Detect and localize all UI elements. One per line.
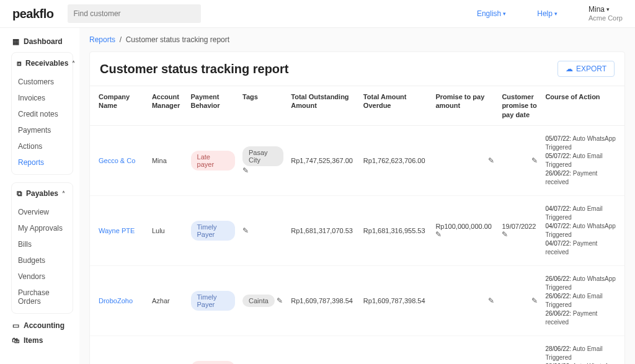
column-header: Company Name: [90, 86, 148, 125]
sidebar-label: Items: [24, 336, 43, 345]
sidebar-item-actions[interactable]: Actions: [17, 138, 68, 154]
total-outstanding: Rp1,432,800,000.00: [287, 335, 360, 364]
outbox-icon: ⧉: [17, 189, 22, 198]
edit-pencil-icon[interactable]: ✎: [488, 156, 494, 165]
user-name: Mina: [588, 5, 605, 14]
total-overdue: Rp1,681,316,955.53: [360, 195, 432, 265]
chevron-up-icon: ˄: [62, 190, 65, 197]
edit-pencil-icon[interactable]: ✎: [277, 296, 283, 305]
column-header: Account Manager: [148, 86, 187, 125]
help-link[interactable]: Help▾: [537, 9, 557, 18]
promise-date: 19/07/2022: [502, 223, 536, 230]
edit-pencil-icon[interactable]: ✎: [531, 296, 538, 305]
tag-badge: Cainta: [242, 295, 275, 307]
sidebar-group-receivables: ⧈ Receivables ˄ CustomersInvoicesCredit …: [11, 52, 73, 175]
total-outstanding: Rp1,681,317,070.53: [287, 195, 360, 265]
sidebar-group-payables: ⧉ Payables ˄ OverviewMy ApprovalsBillsBu…: [11, 182, 73, 314]
bag-icon: 🛍: [11, 336, 20, 345]
sidebar-label: Accounting: [24, 321, 64, 330]
payment-behavior-badge: Timely Payer: [191, 221, 235, 241]
payment-behavior-badge: Late payer: [191, 151, 235, 171]
sidebar-item-payables[interactable]: ⧉ Payables ˄: [17, 189, 68, 198]
export-button[interactable]: ☁ EXPORT: [557, 61, 615, 77]
payment-behavior-badge: Timely Payer: [191, 291, 235, 311]
edit-pencil-icon[interactable]: ✎: [502, 230, 508, 239]
page-title: Customer status tracking report: [100, 62, 289, 76]
language-label: English: [477, 9, 501, 18]
company-link[interactable]: DroboZoho: [99, 297, 133, 304]
export-label: EXPORT: [576, 64, 606, 73]
sidebar-item-customers[interactable]: Customers: [17, 74, 68, 90]
column-header: Payment Behavior: [187, 86, 239, 125]
user-menu[interactable]: Mina▾ Acme Corp: [588, 5, 623, 22]
sidebar-label: Payables: [26, 189, 58, 198]
breadcrumb-root[interactable]: Reports: [89, 35, 115, 44]
account-manager: Lulu: [148, 195, 187, 265]
search-input[interactable]: [68, 4, 201, 23]
user-company: Acme Corp: [588, 14, 623, 22]
breadcrumb: Reports / Customer status tracking repor…: [89, 35, 625, 44]
total-overdue: Rp1,609,787,398.54: [360, 265, 432, 335]
chevron-down-icon: ▾: [554, 11, 557, 17]
topbar: peakflo English▾ Help▾ Mina▾ Acme Corp: [0, 0, 635, 28]
edit-pencil-icon[interactable]: ✎: [488, 296, 494, 305]
column-header: Total Outstanding Amount: [287, 86, 360, 125]
language-selector[interactable]: English▾: [477, 9, 506, 18]
course-of-action: 28/06/22: Auto Email Triggered28/06/22: …: [541, 335, 624, 364]
chevron-up-icon: ˄: [72, 60, 75, 67]
column-header: Promise to pay amount: [432, 86, 498, 125]
table-row: BrickFaisalLate payer✎Rp1,432,800,000.00…: [90, 335, 624, 364]
course-of-action: 04/07/22: Auto Email Triggered04/07/22: …: [541, 195, 624, 265]
sidebar-item-bills[interactable]: Bills: [17, 236, 68, 252]
payment-behavior-badge: Late payer: [191, 361, 235, 364]
logo: peakflo: [12, 7, 54, 21]
sidebar-item-credit-notes[interactable]: Credit notes: [17, 106, 68, 122]
tag-badge: Pasay City: [242, 146, 283, 166]
column-header: Course of Action: [541, 86, 624, 125]
sidebar-item-budgets[interactable]: Budgets: [17, 252, 68, 269]
card-icon: ▭: [11, 321, 20, 330]
report-table: Company NameAccount ManagerPayment Behav…: [90, 86, 624, 364]
account-manager: Mina: [148, 125, 187, 195]
sidebar-item-invoices[interactable]: Invoices: [17, 90, 68, 106]
sidebar-item-overview[interactable]: Overview: [17, 204, 68, 220]
grid-icon: ▦: [11, 37, 20, 46]
edit-pencil-icon[interactable]: ✎: [242, 226, 249, 235]
sidebar: ▦ Dashboard ⧈ Receivables ˄ CustomersInv…: [0, 28, 79, 364]
cloud-download-icon: ☁: [566, 64, 573, 73]
table-row: DroboZohoAzharTimely PayerCainta ✎Rp1,60…: [90, 265, 624, 335]
sidebar-item-purchase-orders[interactable]: Purchase Orders: [17, 285, 68, 309]
edit-pencil-icon[interactable]: ✎: [531, 156, 538, 165]
sidebar-item-items[interactable]: 🛍 Items: [11, 336, 73, 345]
sidebar-item-payments[interactable]: Payments: [17, 122, 68, 138]
column-header: Customer promise to pay date: [498, 86, 541, 125]
sidebar-item-my-approvals[interactable]: My Approvals: [17, 220, 68, 236]
total-outstanding: Rp1,609,787,398.54: [287, 265, 360, 335]
edit-pencil-icon[interactable]: ✎: [435, 230, 442, 239]
sidebar-label: Dashboard: [24, 37, 63, 46]
company-link[interactable]: Wayne PTE: [99, 227, 135, 234]
account-manager: Faisal: [148, 335, 187, 364]
inbox-icon: ⧈: [17, 59, 22, 68]
sidebar-item-dashboard[interactable]: ▦ Dashboard: [11, 37, 73, 46]
company-link[interactable]: Gecco & Co: [99, 157, 135, 164]
sidebar-item-reports[interactable]: Reports: [17, 154, 68, 171]
breadcrumb-current: Customer status tracking report: [126, 35, 229, 44]
course-of-action: 26/06/22: Auto WhatsApp Triggered26/06/2…: [541, 265, 624, 335]
account-manager: Azhar: [148, 265, 187, 335]
main-content: Reports / Customer status tracking repor…: [79, 28, 635, 364]
chevron-down-icon: ▾: [606, 6, 610, 13]
column-header: Total Amount Overdue: [360, 86, 432, 125]
sidebar-item-vendors[interactable]: Vendors: [17, 269, 68, 285]
column-header: Tags: [239, 86, 287, 125]
total-overdue: Rp1,432,800,000.00: [360, 335, 432, 364]
help-label: Help: [537, 9, 553, 18]
edit-pencil-icon[interactable]: ✎: [242, 166, 249, 175]
table-row: Gecco & CoMinaLate payerPasay City ✎Rp1,…: [90, 125, 624, 195]
sidebar-item-receivables[interactable]: ⧈ Receivables ˄: [17, 59, 68, 68]
table-row: Wayne PTELuluTimely Payer✎Rp1,681,317,07…: [90, 195, 624, 265]
report-panel: Customer status tracking report ☁ EXPORT…: [89, 51, 625, 364]
course-of-action: 05/07/22: Auto WhatsApp Triggered05/07/2…: [541, 125, 624, 195]
chevron-down-icon: ▾: [503, 11, 506, 17]
sidebar-item-accounting[interactable]: ▭ Accounting: [11, 321, 73, 330]
